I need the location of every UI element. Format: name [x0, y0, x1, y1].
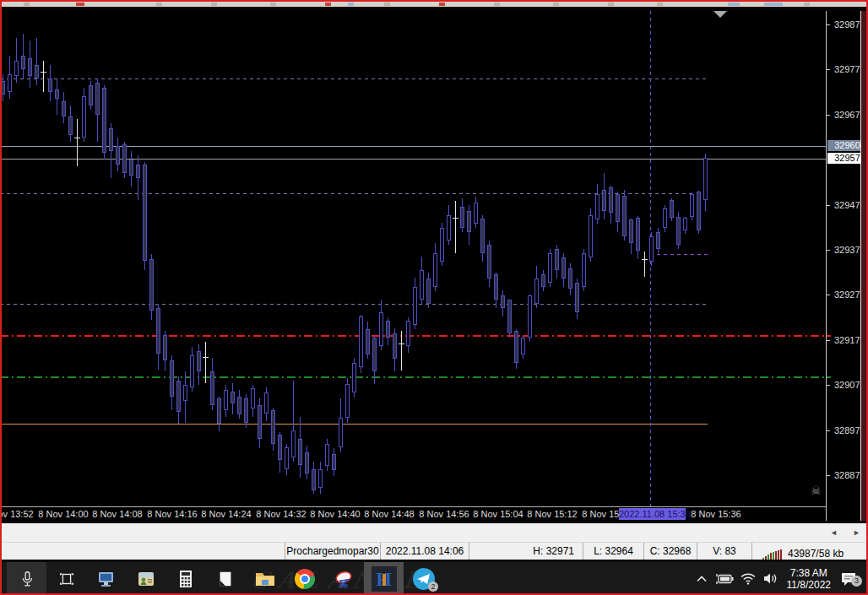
candle-body — [636, 218, 640, 251]
candle-body — [690, 194, 694, 217]
tray-chevron-up-icon[interactable] — [696, 575, 708, 583]
axis-tick — [827, 430, 830, 431]
time-label: 8 Nov 14:56 — [419, 509, 469, 519]
candle-body — [176, 381, 181, 412]
taskbar-icons: H 2 — [7, 562, 443, 595]
candle-body — [332, 454, 336, 470]
toolbar-fragment — [270, 3, 276, 6]
axis-tick — [827, 335, 831, 337]
scroll-right-arrow-icon[interactable]: ► — [853, 528, 860, 537]
candle-body — [575, 283, 579, 312]
taskbar-item-microphone[interactable] — [7, 562, 46, 595]
notification-center-icon[interactable]: 3 — [839, 571, 858, 587]
candle-body — [561, 257, 566, 279]
candle-body — [697, 192, 701, 230]
status-volume: V: 83 — [697, 543, 751, 560]
candle-body — [609, 187, 613, 213]
candle-body — [28, 58, 32, 76]
candle-body — [224, 390, 228, 410]
clock-time: 7:38 AM — [787, 567, 832, 579]
candle-body — [589, 215, 593, 257]
taskbar-item-telegram[interactable]: 2 — [404, 562, 443, 595]
scroll-left-arrow-icon[interactable]: ◄ — [830, 528, 838, 537]
candle-body — [359, 316, 363, 367]
candle-body — [568, 268, 572, 289]
candle-wick — [43, 61, 44, 92]
candle-body — [474, 203, 478, 224]
candle-body — [305, 452, 309, 473]
taskbar-item-trading-app[interactable]: H — [364, 562, 404, 595]
candle-body — [48, 78, 52, 92]
taskbar-item-snipping-tool[interactable] — [324, 562, 364, 595]
notification-badge: 3 — [851, 576, 862, 587]
candle-body — [190, 355, 194, 387]
candle-body — [8, 74, 12, 92]
candle-body — [494, 274, 498, 300]
candle-body — [102, 88, 106, 153]
candle-wick — [455, 201, 456, 253]
candle-body — [21, 56, 25, 69]
speaker-icon[interactable] — [762, 572, 778, 585]
taskbar-item-this-pc[interactable] — [86, 562, 126, 595]
candle-body — [68, 116, 73, 135]
candle-body — [55, 89, 59, 99]
skull-icon: ☠ — [811, 484, 822, 497]
window-edge-strip — [860, 11, 868, 521]
candle-body — [642, 259, 648, 260]
toolbar-fragment — [76, 3, 84, 6]
candle-body — [420, 270, 424, 300]
candle-body — [426, 279, 431, 304]
taskbar-item-file-explorer[interactable] — [245, 562, 285, 595]
taskbar-item-calculator[interactable] — [165, 562, 205, 595]
battery-icon[interactable] — [713, 573, 734, 585]
candle-body — [393, 333, 397, 359]
toolbar-fragment — [211, 3, 217, 6]
time-label: 8 Nov 15:04 — [473, 509, 523, 519]
taskbar-item-contacts-app[interactable] — [126, 562, 165, 595]
price-label: 32977 — [834, 64, 860, 74]
axis-tick — [827, 250, 830, 251]
candle-body — [616, 194, 620, 222]
candle-body — [683, 218, 687, 230]
candle-body — [237, 397, 241, 414]
candle-body — [318, 469, 323, 488]
candle-body — [244, 398, 248, 423]
candle-body — [345, 384, 350, 418]
calculator-icon — [176, 569, 195, 589]
status-bar: Prochargedmopar30 2022.11.08 14:06 H: 32… — [0, 543, 868, 562]
price-line — [0, 376, 826, 378]
clock-date: 11/8/2022 — [787, 579, 832, 591]
time-highlight-label: 2022.11.08 15:30 — [619, 508, 686, 520]
taskbar: GALANTE — [0, 562, 868, 595]
status-datetime: 2022.11.08 14:06 — [380, 543, 469, 560]
candle-body — [595, 194, 599, 219]
candle-body — [399, 343, 404, 344]
candle-body — [703, 158, 708, 200]
candle-body — [271, 410, 275, 444]
taskbar-item-task-view[interactable] — [46, 562, 86, 595]
time-axis[interactable]: 8 Nov 13:528 Nov 14:008 Nov 14:088 Nov 1… — [0, 506, 826, 521]
toolbar-fragment — [728, 3, 740, 6]
taskbar-clock[interactable]: 7:38 AM 11/8/2022 — [787, 567, 832, 591]
candle-wick — [401, 331, 402, 371]
candle-body — [251, 388, 255, 408]
candle-body — [406, 321, 410, 346]
candle-body — [109, 128, 113, 151]
chart-scrollbar[interactable]: ◄ ► — [0, 521, 868, 543]
axis-tick — [827, 295, 830, 295]
candle-body — [480, 219, 485, 253]
candle-body — [379, 312, 383, 346]
candle-body — [156, 308, 160, 354]
candle-body — [528, 295, 532, 338]
wifi-icon[interactable] — [740, 572, 757, 585]
price-line — [0, 335, 826, 337]
taskbar-item-notepad[interactable] — [205, 562, 245, 595]
candle-body — [116, 146, 120, 165]
taskbar-item-chrome[interactable] — [285, 562, 324, 595]
candle-body — [143, 165, 147, 261]
candle-body — [129, 160, 133, 176]
candlestick-chart[interactable]: ☠ — [0, 11, 868, 506]
candle-body — [676, 217, 681, 245]
price-line — [0, 304, 708, 305]
axis-tick — [827, 24, 830, 25]
